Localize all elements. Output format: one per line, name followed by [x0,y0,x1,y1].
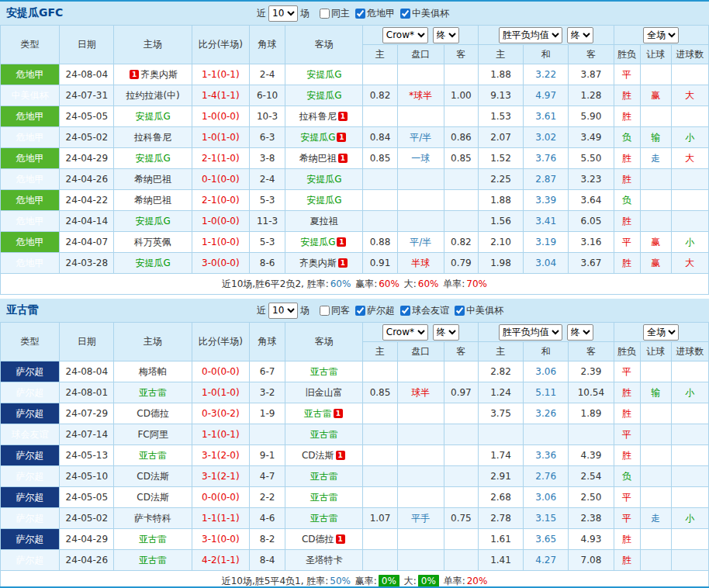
away-team-name[interactable]: 安提瓜G [306,90,341,101]
home-team-name[interactable]: 拉约拉港(中) [126,90,179,101]
away-team-name[interactable]: 夏拉祖 [310,216,338,227]
match-date: 24-08-04 [60,361,114,382]
ah-away-odds [444,169,478,190]
away-team-name[interactable]: 圣塔特卡 [306,555,343,566]
home-team-name[interactable]: 科万英佩 [134,237,171,247]
filter-checkbox[interactable] [355,306,365,316]
away-team-cell: 安提瓜G [285,85,363,106]
home-team-name[interactable]: 亚古雷 [139,450,167,461]
away-team-name[interactable]: 亚古雷 [310,429,338,440]
away-team-cell: 安提瓜G1 [285,232,363,253]
red-card-icon: 1 [338,258,348,268]
match-row: 危地甲24-04-07科万英佩1-1(0-0)5-3安提瓜G10.88平/半0.… [1,232,709,253]
league-filter: 萨尔超 [350,304,395,317]
away-team-name[interactable]: 齐奥内斯 [299,258,337,268]
away-team-cell: CD德拉1 [285,529,363,550]
league-badge: 球会友谊 [1,424,60,445]
ah-home-odds [363,190,397,211]
avg-odds-select[interactable]: 胜平负均值 [499,27,562,43]
away-team-name[interactable]: 安提瓜G [306,174,341,185]
home-team-name[interactable]: 安提瓜G [135,111,170,122]
home-team-name[interactable]: 齐奥内斯 [140,69,178,80]
home-team-name[interactable]: 亚古雷 [139,387,167,398]
scope-select[interactable]: 全场 [643,27,679,43]
home-team-name[interactable]: 拉科鲁尼 [134,132,171,143]
away-team-name[interactable]: 亚古雷 [310,366,338,377]
filter-label: 中美俱杯 [466,304,503,317]
away-team-name[interactable]: 亚古雷 [310,492,338,503]
avg-time-select[interactable]: 终 [567,27,593,43]
avg-draw-odds: 3.36 [524,445,569,466]
avg-home-odds: 2.10 [478,232,523,253]
ah-line: 平手 [397,508,444,529]
away-team-name[interactable]: 拉科鲁尼 [299,111,337,122]
away-team-name[interactable]: 安提瓜G [300,132,335,143]
col-header-home: 主场 [114,323,192,361]
red-card-icon: 1 [336,534,345,544]
home-team-name[interactable]: 安提瓜G [135,216,170,227]
result-wdl: 胜 [614,85,640,106]
away-team-name[interactable]: 旧金山富 [306,387,343,398]
away-team-name[interactable]: 亚古雷 [310,513,338,524]
home-team-cell: 科万英佩 [114,232,192,253]
home-team-name[interactable]: 亚古雷 [139,534,167,545]
away-team-name[interactable]: 亚古雷 [310,471,338,482]
home-team-name[interactable]: 亚古雷 [139,555,167,566]
home-team-name[interactable]: 希纳巴祖 [134,195,171,206]
filter-checkbox[interactable] [400,306,410,316]
ah-away-odds [444,403,478,424]
avg-draw-odds: 2.76 [524,466,569,487]
ah-line [397,403,444,424]
home-team-name[interactable]: 安提瓜G [135,258,170,268]
away-team-name[interactable]: 安提瓜G [306,69,341,80]
home-team-name[interactable]: 梅塔帕 [139,366,167,377]
result-group: 全场 [614,323,709,342]
league-filter: 同主 [314,7,350,20]
ah-line [397,529,444,550]
unit-label: 场 [300,7,310,20]
filter-checkbox[interactable] [455,306,465,316]
filter-checkbox[interactable] [355,9,365,19]
filter-checkbox[interactable] [320,9,330,19]
away-team-name[interactable]: 希纳巴祖 [299,153,337,164]
ah-home-odds [363,361,397,382]
away-team-cell: CD法斯1 [285,445,363,466]
avg-away-odds: 2.54 [569,466,614,487]
bookmaker-select[interactable]: Crow* [382,27,428,43]
corner-count: 3-2 [250,382,285,403]
away-team-name[interactable]: CD德拉 [302,534,334,545]
away-team-name[interactable]: 安提瓜G [300,237,335,247]
scope-select[interactable]: 全场 [643,324,679,341]
away-team-name[interactable]: CD法斯 [302,450,334,461]
home-team-cell: 希纳巴祖 [114,169,192,190]
filter-checkbox[interactable] [320,306,330,316]
result-wdl: 平 [614,508,640,529]
home-team-name[interactable]: CD德拉 [137,408,169,419]
red-card-icon: 1 [338,112,348,121]
odds-time-select[interactable]: 终 [433,27,459,43]
avg-odds-select[interactable]: 胜平负均值 [499,324,562,341]
home-team-cell: 亚古雷 [114,550,192,571]
home-team-name[interactable]: FC阿里 [137,429,168,440]
home-team-name[interactable]: CD法斯 [137,492,169,503]
away-team-name[interactable]: 亚古雷 [304,408,332,419]
avg-time-select[interactable]: 终 [567,324,593,341]
subheader-avg-home: 主 [478,342,523,361]
home-team-name[interactable]: 希纳巴祖 [134,174,171,185]
home-team-name[interactable]: 安提瓜G [135,153,170,164]
match-count-select[interactable]: 10 [268,303,298,319]
team-name: 亚古雷 [6,303,39,317]
home-team-cell: 萨卡特科 [114,508,192,529]
home-team-name[interactable]: 萨卡特科 [134,513,171,524]
bookmaker-select[interactable]: Crow* [382,324,428,341]
filter-checkbox[interactable] [400,9,410,19]
corner-count: 8-6 [250,253,285,274]
home-team-name[interactable]: CD法斯 [137,471,169,482]
away-team-cell: 亚古雷 [285,487,363,508]
match-count-select[interactable]: 10 [268,5,298,22]
odds-time-select[interactable]: 终 [433,324,459,341]
col-header-type: 类型 [1,26,60,64]
away-team-name[interactable]: 安提瓜G [306,195,341,206]
corner-count: 10-3 [250,106,285,127]
match-row: 危地甲24-04-29安提瓜G2-1(1-0)3-8希纳巴祖10.85一球0.8… [1,148,709,169]
